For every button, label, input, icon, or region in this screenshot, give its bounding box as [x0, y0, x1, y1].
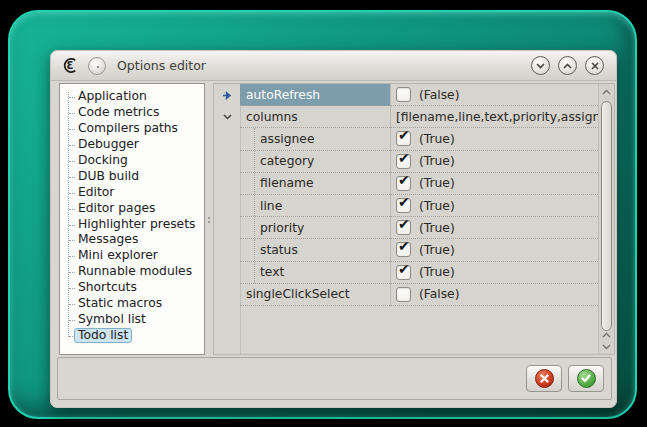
scrollbar-thumb[interactable] — [601, 101, 612, 331]
vertical-scrollbar[interactable] — [598, 84, 614, 354]
desktop-frame: Ɛ Options editor ApplicationCode metrics… — [8, 10, 637, 419]
property-grid: autoRefresh ✔ (False) columns ✔ [filenam… — [213, 83, 615, 355]
property-value[interactable]: ✔ (False) — [390, 284, 598, 306]
sidebar-item-label: DUB build — [78, 170, 139, 183]
sidebar-item-static-macros[interactable]: Static macros — [60, 296, 204, 312]
property-name-label: text — [260, 265, 284, 279]
value-checkbox[interactable]: ✔ — [396, 265, 411, 280]
property-row-priority: priority ✔ (True) — [214, 217, 598, 239]
property-value[interactable]: ✔ (True) — [390, 128, 598, 150]
titlebar-pin-button[interactable] — [88, 57, 106, 75]
value-checkbox[interactable]: ✔ — [396, 242, 411, 257]
property-value-label: (False) — [419, 88, 459, 102]
property-value[interactable]: ✔ (True) — [390, 195, 598, 217]
property-value[interactable]: ✔ [filename,line,text,priority,assigne — [390, 106, 598, 128]
sidebar-item-debugger[interactable]: Debugger — [60, 137, 204, 153]
close-button[interactable] — [585, 56, 604, 75]
property-row-columns: columns ✔ [filename,line,text,priority,a… — [214, 106, 598, 128]
sidebar-item-todo-list[interactable]: Todo list — [60, 328, 204, 344]
accept-button[interactable] — [568, 365, 604, 392]
value-checkbox[interactable]: ✔ — [396, 131, 411, 146]
splitter-handle[interactable] — [206, 215, 212, 225]
scroll-up-icon[interactable] — [599, 86, 614, 98]
sidebar-item-runnable-modules[interactable]: Runnable modules — [60, 264, 204, 280]
property-row-text: text ✔ (True) — [214, 262, 598, 284]
row-gutter[interactable] — [214, 128, 240, 150]
minimize-button[interactable] — [531, 56, 550, 75]
row-gutter[interactable] — [214, 262, 240, 284]
property-value[interactable]: ✔ (True) — [390, 151, 598, 173]
row-gutter[interactable] — [214, 106, 240, 128]
app-logo-icon: Ɛ — [61, 57, 79, 74]
property-name-label: columns — [246, 110, 298, 124]
row-gutter[interactable] — [214, 84, 240, 106]
sidebar-item-compilers-paths[interactable]: Compilers paths — [60, 121, 204, 137]
scroll-down-icon[interactable] — [599, 341, 614, 353]
property-value-label: (True) — [419, 265, 455, 279]
sidebar-item-label: Docking — [78, 154, 128, 167]
sidebar-item-label: Code metrics — [78, 106, 159, 119]
row-gutter[interactable] — [214, 217, 240, 239]
value-checkbox[interactable]: ✔ — [396, 87, 411, 102]
property-name[interactable]: status — [240, 239, 390, 261]
cancel-button[interactable] — [526, 365, 562, 392]
row-gutter[interactable] — [214, 151, 240, 173]
property-name-label: priority — [260, 221, 304, 235]
sidebar-item-label: Compilers paths — [78, 122, 178, 135]
maximize-button[interactable] — [558, 56, 577, 75]
property-name[interactable]: text — [240, 262, 390, 284]
property-name-label: assignee — [260, 132, 315, 146]
property-name-label: category — [260, 154, 314, 168]
property-name-label: singleClickSelect — [246, 287, 350, 301]
checkmark-icon: ✔ — [398, 195, 410, 210]
checkmark-icon: ✔ — [398, 173, 410, 188]
sidebar-item-label: Highlighter presets — [78, 218, 195, 231]
value-checkbox[interactable]: ✔ — [396, 154, 411, 169]
property-value[interactable]: ✔ (True) — [390, 217, 598, 239]
property-name[interactable]: autoRefresh — [240, 84, 390, 106]
sidebar-item-label: Debugger — [78, 138, 139, 151]
sidebar-item-symbol-list[interactable]: Symbol list — [60, 312, 204, 328]
property-value-label: (True) — [419, 199, 455, 213]
sidebar-item-label: Messages — [78, 233, 138, 246]
sidebar-item-docking[interactable]: Docking — [60, 153, 204, 169]
titlebar[interactable]: Ɛ Options editor — [51, 51, 616, 81]
property-name[interactable]: line — [240, 195, 390, 217]
sidebar-item-shortcuts[interactable]: Shortcuts — [60, 280, 204, 296]
sidebar-item-mini-explorer[interactable]: Mini explorer — [60, 248, 204, 264]
property-name-label: status — [260, 243, 298, 257]
value-checkbox[interactable]: ✔ — [396, 287, 411, 302]
property-name[interactable]: priority — [240, 217, 390, 239]
value-checkbox[interactable]: ✔ — [396, 220, 411, 235]
categories-tree: ApplicationCode metricsCompilers pathsDe… — [59, 83, 205, 355]
property-value[interactable]: ✔ (True) — [390, 173, 598, 195]
property-name[interactable]: filename — [240, 173, 390, 195]
property-value-label: [filename,line,text,priority,assigne — [396, 110, 598, 124]
row-gutter[interactable] — [214, 284, 240, 306]
collapse-chevron-icon — [223, 114, 232, 120]
sidebar-item-messages[interactable]: Messages — [60, 232, 204, 248]
property-row-filename: filename ✔ (True) — [214, 173, 598, 195]
value-checkbox[interactable]: ✔ — [396, 176, 411, 191]
property-name[interactable]: category — [240, 151, 390, 173]
row-gutter[interactable] — [214, 239, 240, 261]
property-value-label: (True) — [419, 243, 455, 257]
property-value[interactable]: ✔ (True) — [390, 239, 598, 261]
property-value[interactable]: ✔ (True) — [390, 262, 598, 284]
checkmark-icon: ✔ — [398, 217, 410, 232]
sidebar-item-editor-pages[interactable]: Editor pages — [60, 201, 204, 217]
sidebar-item-dub-build[interactable]: DUB build — [60, 169, 204, 185]
row-gutter[interactable] — [214, 195, 240, 217]
property-name[interactable]: columns — [240, 106, 390, 128]
sidebar-item-application[interactable]: Application — [60, 89, 204, 105]
sidebar-item-highlighter-presets[interactable]: Highlighter presets — [60, 217, 204, 233]
sidebar-item-label: Static macros — [78, 297, 162, 310]
sidebar-item-code-metrics[interactable]: Code metrics — [60, 105, 204, 121]
property-value[interactable]: ✔ (False) — [390, 84, 598, 106]
value-checkbox[interactable]: ✔ — [396, 198, 411, 213]
row-gutter[interactable] — [214, 173, 240, 195]
sidebar-item-editor[interactable]: Editor — [60, 185, 204, 201]
scroll-up-icon-bottom[interactable] — [599, 329, 614, 341]
property-name[interactable]: assignee — [240, 128, 390, 150]
property-name[interactable]: singleClickSelect — [240, 284, 390, 306]
